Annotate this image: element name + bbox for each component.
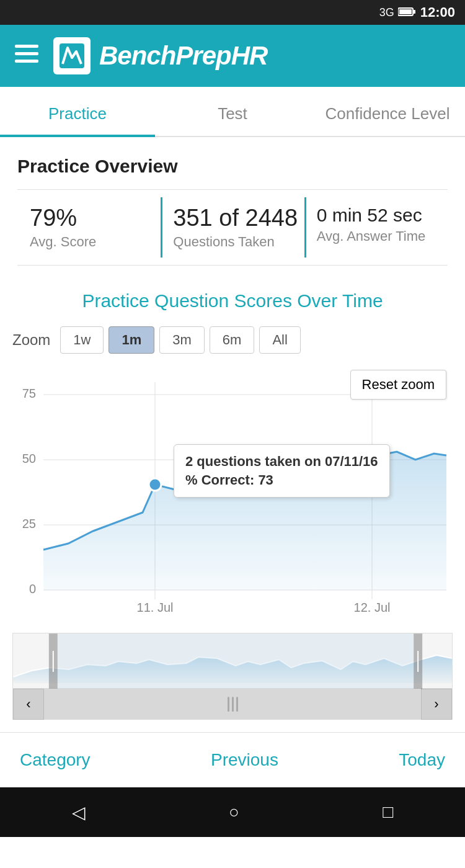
questions-taken-value: 351 of 2448 [173,205,304,231]
zoom-controls: Zoom 1w 1m 3m 6m All [12,326,453,354]
scroll-line-2 [232,697,234,712]
avg-score-value: 79% [30,205,161,231]
zoom-all[interactable]: All [259,326,300,354]
today-button[interactable]: Today [399,750,445,770]
svg-text:75: 75 [22,387,36,400]
zoom-1m[interactable]: 1m [108,326,154,354]
status-time: 12:00 [420,4,455,20]
logo-suffix: HR [231,41,268,70]
chart-wrapper: Reset zoom 2 questions taken on 07/11/16… [12,364,453,627]
tab-practice[interactable]: Practice [0,87,155,136]
svg-rect-5 [15,60,38,63]
tab-bar: Practice Test Confidence Level [0,87,465,137]
menu-icon[interactable] [15,43,38,69]
android-nav-bar: ◁ ○ □ [0,787,465,837]
status-bar: 3G 12:00 [0,0,465,25]
avg-score-label: Avg. Score [30,234,161,250]
scroll-left-arrow[interactable]: ‹ [13,689,44,720]
svg-text:12. Jul: 12. Jul [354,601,391,614]
scroll-thumb [228,697,238,712]
avg-time-value: 0 min 52 sec [317,205,448,226]
svg-rect-2 [399,9,412,14]
previous-button[interactable]: Previous [211,750,278,770]
stat-avg-time: 0 min 52 sec Avg. Answer Time [304,190,448,265]
tab-confidence-level[interactable]: Confidence Level [310,87,465,136]
category-button[interactable]: Category [20,750,91,770]
overview-section: Practice Overview 79% Avg. Score 351 of … [0,137,465,272]
chart-tooltip: 2 questions taken on 07/11/16 % Correct:… [174,444,390,498]
logo-text: BenchPrepHR [99,41,267,71]
tooltip-pct-value: 73 [258,472,273,488]
stat-avg-score: 79% Avg. Score [17,190,161,265]
app-logo: BenchPrepHR [53,37,267,74]
zoom-3m[interactable]: 3m [159,326,205,354]
chart-section: Practice Question Scores Over Time Zoom … [0,272,465,726]
scroll-line-1 [228,697,229,712]
overview-title: Practice Overview [17,156,448,177]
chart-navigator [12,633,453,689]
bottom-navigation: Category Previous Today [0,732,465,787]
svg-rect-1 [413,10,415,14]
svg-text:11. Jul: 11. Jul [137,601,174,614]
svg-text:0: 0 [29,582,36,596]
app-header: BenchPrepHR [0,25,465,87]
scroll-track[interactable] [44,689,421,720]
navigator-svg [13,633,452,689]
avg-time-label: Avg. Answer Time [317,228,448,244]
tooltip-date: 2 questions taken on 07/11/16 [185,454,378,470]
signal-indicator: 3G [379,6,394,19]
svg-text:50: 50 [22,452,36,465]
scrollbar-row: ‹ › [12,689,453,720]
svg-rect-4 [15,52,38,55]
tooltip-pct: % Correct: 73 [185,472,378,488]
navigator-range [58,633,414,689]
questions-taken-label: Questions Taken [173,234,304,250]
scroll-right-arrow[interactable]: › [421,689,452,720]
zoom-1w[interactable]: 1w [60,326,104,354]
stats-row: 79% Avg. Score 351 of 2448 Questions Tak… [17,189,448,266]
svg-text:25: 25 [22,517,36,530]
tab-test[interactable]: Test [155,87,310,136]
chart-datapoint[interactable] [149,478,161,491]
chart-title: Practice Question Scores Over Time [12,290,453,311]
android-back-button[interactable]: ◁ [72,802,86,823]
android-recents-button[interactable]: □ [383,802,393,822]
svg-rect-3 [15,45,38,48]
reset-zoom-button[interactable]: Reset zoom [350,370,446,400]
zoom-label: Zoom [12,331,50,349]
scroll-line-3 [236,697,238,712]
zoom-6m[interactable]: 6m [210,326,255,354]
battery-icon [398,4,415,20]
logo-icon [53,37,91,74]
android-home-button[interactable]: ○ [229,802,239,822]
stat-questions-taken: 351 of 2448 Questions Taken [161,190,304,265]
